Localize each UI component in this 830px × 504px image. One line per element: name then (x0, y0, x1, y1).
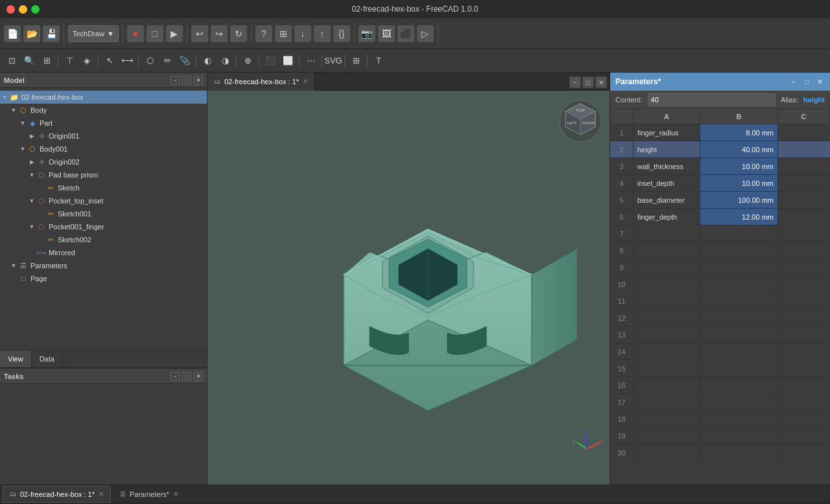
screenshot-icon[interactable]: 🖼 (378, 25, 395, 42)
grid-icon[interactable]: ⊞ (348, 53, 364, 69)
tree-item-parameters[interactable]: ▼☰Parameters (0, 259, 207, 272)
tree-item-pocket1[interactable]: ▼⬡Pocket_top_inset (0, 194, 207, 207)
params-row-1[interactable]: 1finger_radius8.00 mm (610, 124, 830, 141)
text-icon[interactable]: T (371, 53, 386, 69)
refresh-icon[interactable]: ↻ (230, 25, 247, 42)
body-icon[interactable]: ⬡ (142, 53, 158, 69)
tree-item-sketch0[interactable]: ✏Sketch (0, 181, 207, 194)
view-icon[interactable]: ⊞ (275, 25, 292, 42)
attach-icon[interactable]: 📎 (177, 53, 193, 69)
content-input[interactable]: 40 (648, 93, 776, 106)
play-icon[interactable]: ▶ (166, 25, 183, 42)
view-top-icon[interactable]: ⊤ (62, 53, 77, 69)
save-icon[interactable]: 💾 (43, 25, 60, 42)
viewport-max-btn[interactable]: □ (582, 76, 594, 88)
panel-restore-icon[interactable]: □ (182, 76, 191, 85)
measure-icon[interactable]: ⟷ (119, 53, 135, 69)
maximize-button[interactable] (31, 5, 40, 14)
close-button[interactable] (6, 5, 15, 14)
open-icon[interactable]: 📂 (23, 25, 40, 42)
bottom-tab-close-2[interactable]: ✕ (173, 490, 178, 498)
row-value-1[interactable]: 8.00 mm (700, 124, 778, 141)
tree-toggle-pocket2[interactable]: ▼ (27, 222, 36, 231)
tree-toggle-origin2[interactable]: ▶ (27, 157, 36, 166)
viewport-tab-close-1[interactable]: ✕ (303, 78, 308, 85)
tab-view[interactable]: View (0, 350, 32, 367)
more1-icon[interactable]: ⋯ (303, 53, 318, 69)
params-row-5[interactable]: 5base_diameter100.00 mm (610, 192, 830, 209)
params-row-9[interactable]: 9 (610, 259, 830, 276)
window-controls[interactable] (6, 5, 40, 14)
stop-icon[interactable]: □ (147, 25, 163, 42)
params-row-15[interactable]: 15 (610, 360, 830, 377)
tree-item-pocket2[interactable]: ▼⬡Pocket001_finger (0, 220, 207, 233)
view-menu-icon[interactable]: ⊞ (39, 53, 54, 69)
sketch-icon[interactable]: ✏ (160, 53, 175, 69)
params-row-2[interactable]: 2height40.00 mm (610, 141, 830, 158)
part2-icon[interactable]: ◑ (217, 53, 233, 69)
boolean-icon[interactable]: ⊕ (240, 53, 255, 69)
params-row-10[interactable]: 10 (610, 276, 830, 293)
import-icon[interactable]: ↓ (294, 25, 311, 42)
camera-icon[interactable]: 📷 (359, 25, 375, 42)
bottom-tab-params[interactable]: ☰ Parameters* ✕ (113, 486, 185, 503)
bottom-tab-close-1[interactable]: ✕ (99, 490, 104, 498)
params-row-19[interactable]: 19 (610, 428, 830, 444)
params-row-17[interactable]: 17 (610, 394, 830, 411)
params-row-4[interactable]: 4inset_depth10.00 mm (610, 175, 830, 192)
display1-icon[interactable]: ⬛ (263, 53, 278, 69)
part1-icon[interactable]: ◐ (200, 53, 215, 69)
view-options-icon[interactable]: ◈ (79, 53, 95, 69)
animate-icon[interactable]: ▷ (417, 25, 434, 42)
tree-item-mirrored[interactable]: ⟺Mirrored (0, 246, 207, 259)
params-row-18[interactable]: 18 (610, 411, 830, 428)
select-icon[interactable]: ↖ (102, 53, 117, 69)
tree-item-origin1[interactable]: ▶✛Origin001 (0, 130, 207, 143)
svg-icon[interactable]: SVG (326, 53, 341, 69)
tree-item-origin2[interactable]: ▶✛Origin002 (0, 155, 207, 168)
new-icon[interactable]: 📄 (4, 25, 21, 42)
params-row-13[interactable]: 13 (610, 326, 830, 343)
panel-close-icon[interactable]: ✕ (194, 76, 203, 85)
params-row-16[interactable]: 16 (610, 377, 830, 394)
tree-item-sketch2[interactable]: ✏Sketch002 (0, 233, 207, 246)
tree-toggle-part[interactable]: ▼ (18, 119, 27, 128)
viewport-close-btn[interactable]: ✕ (595, 76, 607, 88)
params-row-20[interactable]: 20 (610, 444, 830, 461)
record-icon[interactable]: ● (127, 25, 144, 42)
tree-item-page[interactable]: □Page (0, 272, 207, 285)
tree-item-pad[interactable]: ▼⬡Pad base prism (0, 168, 207, 181)
params-row-12[interactable]: 12 (610, 310, 830, 326)
params-close-btn[interactable]: ✕ (814, 76, 825, 87)
tree-toggle-body[interactable]: ▼ (9, 106, 18, 115)
viewport-min-btn[interactable]: − (569, 76, 581, 88)
workbench-dropdown[interactable]: TechDraw ▼ (68, 25, 119, 42)
tree-item-part[interactable]: ▼◈Part (0, 117, 207, 130)
bottom-tab-main[interactable]: 🗂 02-freecad-hex-box : 1* ✕ (3, 486, 111, 503)
row-value-5[interactable]: 100.00 mm (700, 192, 778, 208)
tab-data[interactable]: Data (32, 350, 63, 367)
row-value-6[interactable]: 12.00 mm (700, 209, 778, 225)
tree-item-root[interactable]: ▼📁02-freecad-hex-box (0, 91, 207, 104)
macro-icon[interactable]: {} (333, 25, 350, 42)
zoom-in-icon[interactable]: 🔍 (21, 53, 37, 69)
tree-toggle-body001[interactable]: ▼ (18, 144, 27, 154)
export-icon[interactable]: ↑ (314, 25, 331, 42)
capture-icon[interactable]: ⬛ (397, 25, 414, 42)
display2-icon[interactable]: ⬜ (280, 53, 296, 69)
tree-item-body001[interactable]: ▼⬡Body001 (0, 143, 207, 155)
viewport-tab-main[interactable]: 🗂 02-freecad-hex-box : 1* ✕ (208, 73, 315, 91)
undo-icon[interactable]: ↩ (191, 25, 208, 42)
tasks-restore-icon[interactable]: □ (182, 372, 191, 381)
tree-item-sketch1[interactable]: ✏Sketch001 (0, 207, 207, 220)
params-row-11[interactable]: 11 (610, 293, 830, 310)
params-row-8[interactable]: 8 (610, 242, 830, 259)
row-value-2[interactable]: 40.00 mm (700, 141, 778, 157)
zoom-fit-icon[interactable]: ⊡ (4, 53, 19, 69)
params-row-6[interactable]: 6finger_depth12.00 mm (610, 209, 830, 225)
tree-toggle-parameters[interactable]: ▼ (9, 261, 18, 270)
help-icon[interactable]: ? (255, 25, 272, 42)
tree-toggle-origin1[interactable]: ▶ (27, 132, 36, 141)
params-row-14[interactable]: 14 (610, 343, 830, 360)
row-value-3[interactable]: 10.00 mm (700, 158, 778, 174)
